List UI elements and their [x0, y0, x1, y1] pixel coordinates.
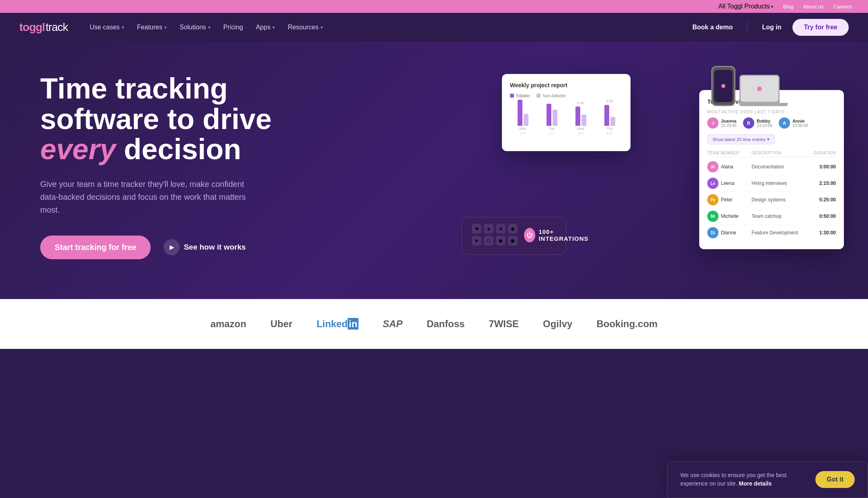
try-free-button[interactable]: Try for free: [792, 19, 849, 36]
chart-col-2: - Tue 11/1: [539, 98, 565, 135]
apps-chevron-icon: ▾: [272, 25, 275, 30]
logo-uber: Uber: [270, 318, 293, 330]
laptop-container: [739, 75, 788, 106]
hero-title: Time tracking software to drive every de…: [40, 74, 478, 165]
legend-nonbillable: Non-billable: [536, 93, 566, 98]
nav-items: Use cases ▾ Features ▾ Solutions ▾ Prici…: [84, 20, 684, 34]
logo-toggl: toggl: [19, 21, 45, 34]
logo[interactable]: toggl track: [19, 21, 68, 34]
avatar-joanna: J: [707, 117, 719, 129]
user-info-bobby: Bobby 23:10:00: [757, 119, 772, 128]
top-user-annie: A Annie 23:00:00: [779, 117, 808, 129]
nav-divider: [747, 22, 747, 33]
laptop-dot: [757, 86, 762, 91]
bar-nonbillable-2: [553, 110, 557, 126]
nav-solutions[interactable]: Solutions ▾: [174, 20, 216, 34]
integration-icon-4: ◉: [508, 224, 518, 234]
nav-pricing[interactable]: Pricing: [218, 20, 249, 34]
see-how-button[interactable]: ▶ See how it works: [164, 239, 246, 255]
bar-label-4: 8:00: [606, 99, 613, 103]
top-users: J Joanna 25:29:45 B Bobby 23:10:00 A: [707, 117, 836, 129]
chart-day-3: Wed: [577, 127, 584, 131]
nav-features[interactable]: Features ▾: [131, 20, 172, 34]
member-dianne: Di Dianne: [707, 227, 751, 238]
nav-resources[interactable]: Resources ▾: [282, 20, 328, 34]
bar-billable-3: [575, 107, 580, 126]
bar-label-1: 10:00: [518, 94, 528, 98]
hero-section: Time tracking software to drive every de…: [0, 42, 868, 299]
bar-group-1: [518, 100, 528, 126]
hero-content: Time tracking software to drive every de…: [40, 74, 478, 259]
show-entries-button[interactable]: Show latest 20 time entries ▾: [707, 134, 775, 144]
chart-date-2: 11/1: [549, 131, 555, 135]
laptop-screen: [741, 76, 778, 102]
logo-ogilvy: Ogilvy: [543, 318, 572, 330]
avatar-alana: Al: [707, 161, 719, 172]
chart-day-4: Thu: [606, 127, 613, 131]
phone-dot: [721, 84, 725, 88]
table-row: Di Dianne Feature Development 1:30:00: [707, 225, 836, 241]
integration-icon-8: ⬣: [508, 236, 518, 246]
bar-nonbillable-4: [610, 117, 615, 126]
table-row: Mi Michelle Team catchup 0:50:00: [707, 208, 836, 225]
legend-nonbillable-dot: [536, 94, 540, 98]
top-bar: All Toggl Products ▾ Blog About us Caree…: [0, 0, 868, 13]
top-user-bobby: B Bobby 23:10:00: [743, 117, 772, 129]
bar-group-2: [547, 104, 557, 126]
logo-booking: Booking.com: [596, 318, 657, 330]
login-button[interactable]: Log in: [754, 20, 789, 35]
most-active-label: MOST ACTIVE OVER LAST 7 DAYS: [707, 110, 836, 114]
chart-col-1: 10:00 Mon 10/1: [510, 94, 536, 135]
chart-date-1: 10/1: [520, 131, 526, 135]
member-alana: Al Alana: [707, 161, 751, 172]
chart-day-1: Mon: [519, 127, 526, 131]
nav-apps[interactable]: Apps ▾: [250, 20, 280, 34]
blog-link[interactable]: Blog: [783, 4, 793, 10]
hero-buttons: Start tracking for free ▶ See how it wor…: [40, 236, 478, 259]
phone-screen: [714, 70, 733, 102]
avatar-peter: Pe: [707, 194, 719, 205]
logo-sap: SAP: [383, 318, 402, 330]
careers-link[interactable]: Careers: [833, 4, 852, 10]
avatar-michelle: Mi: [707, 211, 719, 222]
team-table: TEAM MEMBER DESCRIPTION DURATION Al Alan…: [707, 149, 836, 241]
book-demo-button[interactable]: Book a demo: [684, 20, 741, 35]
phone-mockup: [711, 66, 735, 106]
resources-chevron-icon: ▾: [321, 25, 323, 30]
bar-billable-4: [604, 105, 609, 126]
laptop-base: [739, 103, 788, 106]
avatar-annie: A: [779, 117, 790, 129]
avatar-dianne: Di: [707, 227, 719, 238]
features-chevron-icon: ▾: [164, 25, 167, 30]
table-row: Pe Peter Design systems 5:25:00: [707, 192, 836, 208]
logo-linkedin: Linkedin: [317, 318, 359, 330]
nav-right: Book a demo Log in Try for free: [684, 19, 849, 36]
integration-icon-2: ◈: [484, 224, 493, 234]
nav-use-cases[interactable]: Use cases ▾: [84, 20, 130, 34]
table-row: Al Alana Documentation 3:00:00: [707, 159, 836, 175]
integrations-info: ⏻ 100+ INTEGRATIONS: [524, 228, 592, 244]
bar-label-3: 6:00: [577, 101, 584, 105]
solutions-chevron-icon: ▾: [208, 25, 211, 30]
hero-visuals: Weekly project report Billable Non-billa…: [478, 66, 836, 267]
member-leena: Le Leena: [707, 178, 751, 189]
member-peter: Pe Peter: [707, 194, 751, 205]
start-tracking-button[interactable]: Start tracking for free: [40, 236, 151, 259]
integration-icon-3: ⊞: [496, 224, 506, 234]
bar-billable-1: [518, 100, 522, 126]
chart-col-3: 6:00 Wed 12/1: [568, 101, 594, 135]
navbar: toggl track Use cases ▾ Features ▾ Solut…: [0, 13, 868, 42]
dropdown-chevron-icon: ▾: [767, 137, 770, 142]
logo-7wise: 7WISE: [489, 318, 519, 330]
bar-billable-2: [547, 104, 551, 126]
about-link[interactable]: About us: [803, 4, 823, 10]
user-info-joanna: Joanna 25:29:45: [721, 119, 737, 128]
all-products-link[interactable]: All Toggl Products ▾: [719, 3, 774, 10]
avatar-leena: Le: [707, 178, 719, 189]
logo-danfoss: Danfoss: [427, 318, 465, 330]
logo-track: track: [45, 21, 68, 34]
integrations-icons-grid: ✱ ◈ ⊞ ◉ ❖ ⬡ ⬢ ⬣: [472, 224, 518, 248]
chart-date-4: 13/1: [606, 131, 613, 135]
team-activity-card: Team Activity MOST ACTIVE OVER LAST 7 DA…: [699, 90, 844, 249]
bar-nonbillable-1: [524, 114, 528, 126]
